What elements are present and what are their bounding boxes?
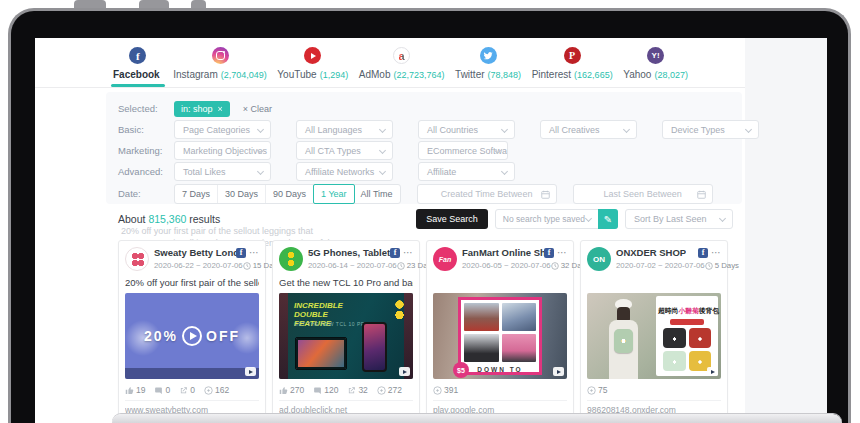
date-label: Date: [118, 188, 174, 199]
device-types-select[interactable]: Device Types [662, 120, 759, 139]
like-icon [125, 386, 134, 395]
advertiser-avatar: Fan [433, 247, 457, 271]
ad-creative-image[interactable]: INCREDIBLE DOUBLEFEATURE GET THE NEW TCL… [279, 293, 413, 379]
ad-date-range: 2020-06-14 ~ 2020-07-06 [308, 261, 397, 270]
yahoo-icon: Y! [647, 47, 664, 64]
advertiser-avatar [279, 247, 303, 271]
page-categories-select[interactable]: Page Categories [174, 120, 271, 139]
active-tab-underline [111, 84, 165, 87]
advertiser-name[interactable]: ONXDER SHOP [616, 247, 686, 258]
ad-text [433, 277, 567, 290]
advertiser-name[interactable]: Sweaty Betty London | Wom... [154, 247, 236, 258]
tab-facebook[interactable]: f Facebook [113, 38, 163, 87]
backpack-graphic [614, 329, 633, 353]
ad-card: ON ONXDER SHOP f ⋯ 2020-07-02 ~ 2020-07-… [580, 240, 728, 423]
chevron-down-icon [379, 168, 386, 175]
like-icon [279, 386, 288, 395]
tab-label: YouTube [277, 69, 316, 80]
ee-logo-icon [395, 300, 404, 320]
advertiser-name[interactable]: FanMart Online Shopping - F... [462, 247, 544, 258]
ad-creative-image[interactable]: 超時尚小雛菊後背包 [587, 293, 721, 379]
tab-twitter[interactable]: Twitter(78,848) [455, 38, 521, 87]
more-menu-icon[interactable]: ⋯ [403, 250, 413, 256]
creative-caption: OFF [206, 328, 240, 344]
selected-chip[interactable]: in: shop× [174, 101, 230, 117]
app-screen: f Facebook Instagram(2,704,049) YouTube(… [35, 38, 827, 423]
chevron-down-icon [257, 126, 264, 133]
marketing-objectives-select[interactable]: Marketing Objectives [174, 141, 271, 160]
play-icon[interactable] [182, 326, 202, 346]
tab-instagram[interactable]: Instagram(2,704,049) [173, 38, 267, 87]
tab-pinterest[interactable]: P Pinterest(162,665) [532, 38, 613, 87]
advanced-label: Advanced: [118, 166, 174, 177]
date-7-days[interactable]: 7 Days [175, 185, 218, 203]
popularity-count: 391 [444, 385, 458, 395]
countries-select[interactable]: All Countries [418, 120, 515, 139]
chip-remove-icon[interactable]: × [218, 104, 223, 114]
ad-date-range: 2020-06-05 ~ 2020-07-06 [462, 261, 551, 270]
date-1-year[interactable]: 1 Year [313, 184, 355, 204]
chevron-down-icon [257, 168, 264, 175]
facebook-icon: f [129, 47, 146, 64]
tab-count: (28,027) [654, 70, 688, 80]
edit-saved-search-button[interactable]: ✎ [598, 209, 618, 229]
more-menu-icon[interactable]: ⋯ [557, 250, 567, 256]
clock-icon [551, 262, 559, 270]
tab-count: (78,848) [488, 70, 522, 80]
languages-select[interactable]: All Languages [296, 120, 393, 139]
ad-card: Fan FanMart Online Shopping - F... f ⋯ 2… [426, 240, 574, 423]
cta-types-select[interactable]: All CTA Types [296, 141, 393, 160]
tab-label: Facebook [113, 69, 160, 80]
tv-graphic [295, 337, 347, 370]
advertiser-name[interactable]: 5G Phones, Tablets & SIMs | ... [308, 247, 390, 258]
phone-graphic [362, 322, 387, 372]
instagram-icon [212, 47, 229, 64]
last-seen-input[interactable]: Last Seen Between [573, 184, 713, 204]
comment-count: 0 [165, 385, 170, 395]
more-menu-icon[interactable]: ⋯ [711, 250, 721, 256]
twitter-icon [480, 47, 497, 64]
creatives-select[interactable]: All Creatives [540, 120, 637, 139]
date-30-days[interactable]: 30 Days [218, 185, 266, 203]
advertiser-avatar [125, 247, 149, 271]
affiliate-select[interactable]: Affiliate [418, 162, 515, 181]
tab-youtube[interactable]: YouTube(1,294) [277, 38, 348, 87]
share-icon [179, 386, 188, 395]
results-count: About 815,360 results [118, 213, 220, 225]
video-tag-icon [553, 367, 564, 376]
chevron-down-icon [501, 126, 508, 133]
save-search-button[interactable]: Save Search [416, 209, 488, 229]
comment-icon [313, 386, 322, 395]
created-time-input[interactable]: Created Time Between [417, 184, 557, 204]
ecommerce-softwares-select[interactable]: ECommerce Softwares [418, 141, 508, 160]
tab-label: Pinterest [532, 69, 571, 80]
like-count: 19 [136, 385, 145, 395]
ad-text: 20% off your first pair of the sellout l… [125, 277, 259, 290]
ad-stats: 19 0 0 162 [125, 384, 259, 396]
video-tag-icon [245, 367, 256, 376]
date-all-time[interactable]: All Time [354, 185, 400, 203]
date-90-days[interactable]: 90 Days [266, 185, 314, 203]
ad-creative-video[interactable]: 20% OFF [125, 293, 259, 379]
saved-search-select[interactable]: No search type saved ✎ [495, 209, 618, 229]
affiliate-networks-select[interactable]: Affiliate Networks [296, 162, 393, 181]
more-menu-icon[interactable]: ⋯ [249, 250, 259, 256]
tab-admob[interactable]: a AdMob(22,723,764) [359, 38, 445, 87]
sort-select[interactable]: Sort By Last Seen [625, 209, 733, 229]
advertiser-avatar: ON [587, 247, 611, 271]
tab-count: (1,294) [320, 70, 349, 80]
calendar-icon [697, 190, 706, 199]
tab-label: Yahoo [623, 69, 651, 80]
clock-icon [397, 262, 405, 270]
facebook-badge-icon: f [544, 248, 554, 258]
pencil-icon: ✎ [604, 214, 612, 225]
tab-yahoo[interactable]: Y! Yahoo(28,027) [623, 38, 688, 87]
popularity-count: 272 [388, 385, 402, 395]
clear-filters-button[interactable]: × Clear [243, 104, 272, 114]
calendar-icon [541, 190, 550, 199]
total-likes-select[interactable]: Total Likes [174, 162, 271, 181]
popularity-icon [204, 386, 213, 395]
ad-domain: play.google.com [433, 400, 567, 415]
youtube-icon [304, 47, 321, 64]
ad-creative-image[interactable]: $5 DOWN TO [433, 293, 567, 379]
